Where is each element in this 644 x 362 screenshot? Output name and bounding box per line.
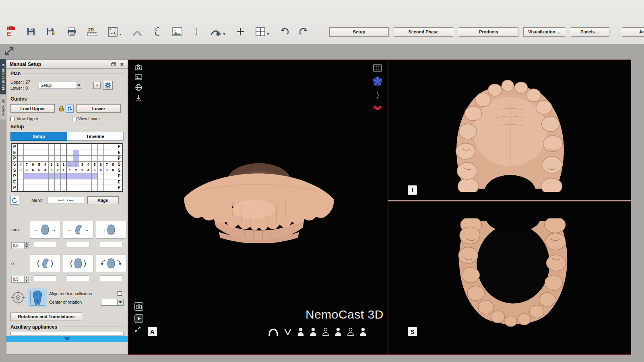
dental-appliance-icon[interactable] — [6, 25, 17, 39]
grid-cell[interactable] — [24, 156, 30, 162]
dropdown-caret-icon[interactable] — [119, 34, 122, 35]
grid-cell[interactable] — [110, 185, 116, 191]
undo-icon[interactable] — [279, 27, 290, 37]
grid-cube-icon[interactable] — [373, 64, 382, 72]
grid-cell[interactable] — [67, 173, 73, 179]
grid-cell[interactable] — [42, 185, 48, 191]
grid-cell[interactable] — [49, 185, 55, 191]
grid-cell[interactable] — [98, 144, 104, 150]
rotations-translations-button[interactable]: Rotations and Translations — [10, 313, 82, 321]
grid-cell[interactable]: 2 — [55, 167, 61, 173]
bust-outline-icon[interactable] — [347, 327, 354, 336]
grid-cell[interactable] — [85, 144, 91, 150]
moon-icon[interactable] — [374, 90, 381, 100]
grid-cell[interactable] — [30, 150, 36, 156]
grid-cell[interactable]: 6 — [98, 167, 104, 173]
grid-cell[interactable] — [104, 144, 110, 150]
grid-cell[interactable] — [98, 150, 104, 156]
grid-cell[interactable] — [104, 150, 110, 156]
grid-cell[interactable] — [18, 179, 24, 185]
expand-arrow-icon[interactable] — [3, 45, 16, 58]
grid-cell[interactable] — [92, 173, 98, 179]
viewport-upper-arch[interactable]: I — [388, 60, 631, 200]
grid-cell[interactable] — [55, 144, 61, 150]
grid-cell[interactable] — [55, 179, 61, 185]
redo-icon[interactable] — [298, 27, 310, 37]
grid-cell[interactable] — [85, 185, 91, 191]
ruler-2d-icon[interactable]: 2D — [86, 26, 98, 38]
grid-cell[interactable]: 3 — [79, 167, 85, 173]
grid-cell[interactable]: 2 — [73, 167, 79, 173]
mm-step-spinner[interactable]: 0,5 — [11, 242, 29, 249]
grid-cell[interactable] — [55, 173, 61, 179]
grid-cell[interactable] — [79, 179, 85, 185]
grid-cell[interactable] — [61, 173, 67, 179]
bust-filled-icon[interactable] — [297, 327, 304, 336]
grid-cell[interactable] — [55, 156, 61, 162]
grid-cell[interactable] — [104, 185, 110, 191]
grid-cell[interactable] — [98, 179, 104, 185]
grid-cell[interactable] — [49, 179, 55, 185]
grid-cell[interactable] — [92, 185, 98, 191]
toolbar-button-panels[interactable]: Panels ... — [571, 27, 609, 37]
dropdown-caret-icon[interactable] — [223, 33, 225, 35]
grid-cell[interactable] — [104, 156, 110, 162]
grid-cell[interactable] — [36, 144, 42, 150]
vertical-value-input[interactable] — [100, 242, 122, 247]
grid-cell[interactable] — [85, 156, 91, 162]
grid-cell[interactable] — [49, 173, 55, 179]
grid-cell[interactable] — [30, 179, 36, 185]
grid-cell[interactable]: 3 — [49, 167, 55, 173]
dock-tab-mockups[interactable]: Mockups — [0, 95, 6, 120]
grid-cell[interactable]: 5 — [92, 167, 98, 173]
grid-cell[interactable] — [92, 179, 98, 185]
collisions-checkbox[interactable] — [118, 291, 122, 296]
dropdown-caret-icon[interactable] — [117, 299, 123, 305]
upper-arch-view-icon[interactable] — [268, 328, 279, 336]
archwire-icon[interactable] — [131, 26, 144, 37]
toolbar-button-visualization[interactable]: Visualization ... — [523, 27, 565, 37]
plan-settings-button[interactable] — [103, 81, 113, 90]
grid-cell[interactable]: 4 — [85, 167, 91, 173]
teeth-select-icon[interactable] — [209, 26, 226, 37]
face-profile-icon[interactable] — [152, 26, 163, 38]
grid-cell[interactable] — [24, 173, 30, 179]
move-vertical-control[interactable]: ↓ ↑ — [96, 221, 126, 239]
layout-grid-icon[interactable] — [254, 26, 270, 37]
play-icon[interactable] — [134, 314, 143, 323]
save-icon[interactable] — [25, 26, 37, 37]
grid-cell[interactable]: 1 — [67, 167, 73, 173]
tip-control[interactable]: ( ) — [63, 255, 93, 272]
grid-cell[interactable] — [110, 173, 116, 179]
lips-icon[interactable] — [372, 105, 383, 110]
torque-value-input[interactable] — [34, 276, 56, 281]
add-icon[interactable] — [235, 26, 246, 37]
grid-cell[interactable]: 4 — [42, 162, 48, 168]
toolbar-button-setup[interactable]: Setup — [329, 27, 389, 37]
rotate-ccw-icon[interactable] — [10, 196, 19, 205]
grid-cell[interactable] — [98, 185, 104, 191]
grid-cell[interactable] — [55, 185, 61, 191]
move-mesiodistal-control[interactable]: ← → — [30, 221, 60, 239]
grid-cell[interactable] — [92, 150, 98, 156]
grid-cell[interactable] — [61, 144, 67, 150]
tab-timeline[interactable]: Timeline — [67, 132, 124, 141]
add-plan-button[interactable]: + — [93, 82, 101, 89]
grid-cell[interactable] — [55, 150, 61, 156]
grid-cell[interactable] — [92, 156, 98, 162]
dock-tab-manual-setup[interactable]: Manual Setup — [0, 60, 6, 95]
grid-cell[interactable] — [85, 150, 91, 156]
grid-cell[interactable] — [30, 185, 36, 191]
target-crosshair-icon[interactable] — [10, 290, 26, 307]
print-icon[interactable] — [66, 26, 78, 37]
grid-cell[interactable] — [36, 156, 42, 162]
bust-filled-icon[interactable] — [359, 327, 367, 336]
grid-cell[interactable] — [24, 144, 30, 150]
lock-icon[interactable] — [58, 105, 65, 112]
grid-cell[interactable] — [79, 156, 85, 162]
camera-capture-icon[interactable] — [134, 302, 143, 311]
dropdown-caret-icon[interactable] — [267, 33, 269, 35]
grid-cell[interactable] — [104, 173, 110, 179]
grid-cell[interactable] — [36, 185, 42, 191]
grid-cell[interactable] — [30, 173, 36, 179]
